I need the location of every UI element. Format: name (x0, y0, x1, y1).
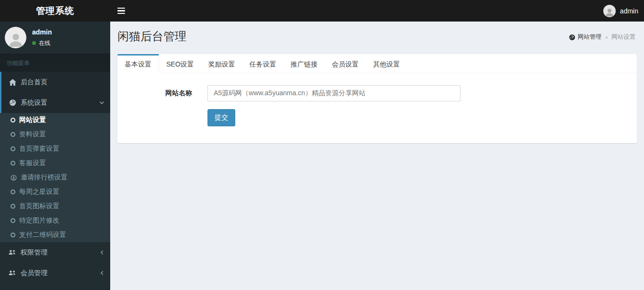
submenu-item-label: 支付二维码设置 (19, 231, 66, 239)
submenu-item-label: 客服设置 (19, 159, 46, 167)
submenu-item-label: 每周之星设置 (19, 188, 59, 196)
sidebar-item-system-settings[interactable]: 系统设置 网站设置 资料设置 首页弹窗设置 (0, 92, 110, 242)
person-icon (604, 7, 615, 17)
submenu-item-specific-image-edit[interactable]: 特定图片修改 (0, 213, 110, 228)
sidebar-item-permission-management[interactable]: 权限管理 (0, 242, 110, 263)
sidebar-item-member-management[interactable]: 会员管理 (0, 263, 110, 283)
tab-label: SEO设置 (159, 56, 201, 73)
circle-icon (11, 190, 15, 194)
user-menu[interactable]: admin (603, 0, 638, 22)
sidebar-item-label: 权限管理 (21, 248, 47, 257)
submenu-item-site-settings[interactable]: 网站设置 (0, 113, 110, 127)
tab-promo-link[interactable]: 推广链接 (284, 54, 325, 73)
submenu-item-label: 邀请排行榜设置 (21, 173, 68, 182)
breadcrumb-section-label: 网站管理 (578, 33, 602, 41)
sidebar-item-label: 后台首页 (21, 78, 47, 87)
tab-seo-settings[interactable]: SEO设置 (159, 54, 201, 73)
person-icon (7, 30, 25, 48)
basic-settings-pane: 网站名称 提交 (117, 73, 637, 143)
circle-icon (11, 132, 15, 137)
tab-member-settings[interactable]: 会员设置 (325, 54, 366, 73)
submenu-item-label: 首页弹窗设置 (19, 145, 59, 153)
circle-icon (11, 146, 15, 151)
tab-label: 其他设置 (366, 56, 407, 73)
chevron-left-icon (100, 270, 104, 276)
submenu-item-weekly-star-settings[interactable]: 每周之星设置 (0, 185, 110, 199)
sidebar-section-header: 功能菜单 (0, 54, 110, 72)
submit-button[interactable]: 提交 (207, 109, 235, 126)
circle-icon (11, 204, 15, 209)
submenu-item-profile-settings[interactable]: 资料设置 (0, 127, 110, 142)
top-navbar: 管理系统 admin (0, 0, 644, 22)
hamburger-icon (117, 10, 125, 11)
hamburger-icon (117, 13, 125, 14)
site-name-input[interactable] (207, 85, 460, 101)
tab-basic-settings[interactable]: 基本设置 (117, 54, 159, 73)
breadcrumb-section-link[interactable]: 网站管理 (569, 33, 602, 41)
submenu-item-label: 特定图片修改 (19, 216, 59, 225)
sidebar-user-name: admin (32, 28, 52, 36)
submenu-item-label: 网站设置 (19, 116, 46, 124)
dashboard-icon (569, 34, 575, 41)
page-title: 闲猫后台管理 (117, 29, 637, 44)
submenu-item-home-popup-settings[interactable]: 首页弹窗设置 (0, 142, 110, 156)
tab-label: 基本设置 (117, 56, 159, 73)
tab-other-settings[interactable]: 其他设置 (366, 54, 407, 73)
sidebar: admin 在线 功能菜单 后台首页 系统设置 (0, 22, 110, 290)
user-circle-icon (11, 175, 17, 181)
sidebar-item-dashboard-home[interactable]: 后台首页 (0, 72, 110, 92)
tab-label: 会员设置 (325, 56, 366, 73)
users-icon (9, 270, 16, 276)
breadcrumb: 网站管理 > 网站设置 (569, 33, 635, 41)
submenu-item-label: 首页图标设置 (19, 202, 59, 211)
tab-label: 奖励设置 (201, 56, 242, 73)
breadcrumb-current: 网站设置 (611, 33, 635, 41)
user-menu-label: admin (620, 7, 638, 15)
circle-icon (11, 233, 15, 237)
chevron-left-icon (100, 250, 104, 255)
sidebar-user-status[interactable]: 在线 (32, 39, 52, 47)
sidebar-user-panel: admin 在线 (0, 22, 110, 54)
settings-tab-box: 基本设置 SEO设置 奖励设置 任务设置 推广链接 会员设置 其他设置 网站名称… (117, 54, 637, 143)
online-dot-icon (32, 41, 36, 45)
tab-reward-settings[interactable]: 奖励设置 (201, 54, 242, 73)
users-icon (9, 249, 16, 256)
circle-icon (11, 118, 15, 123)
settings-tabs: 基本设置 SEO设置 奖励设置 任务设置 推广链接 会员设置 其他设置 (117, 54, 637, 73)
content-area: 闲猫后台管理 网站管理 > 网站设置 基本设置 SEO设置 奖励设置 任务设置 … (110, 22, 644, 290)
sidebar-menu: 后台首页 系统设置 网站设置 资料设置 (0, 72, 110, 283)
avatar (603, 5, 616, 17)
submenu-item-invite-ranking-settings[interactable]: 邀请排行榜设置 (0, 170, 110, 185)
breadcrumb-separator: > (605, 34, 608, 40)
site-name-label: 网站名称 (165, 89, 207, 98)
sidebar-item-label: 系统设置 (21, 99, 47, 107)
circle-icon (11, 161, 15, 166)
submenu-item-home-icon-settings[interactable]: 首页图标设置 (0, 199, 110, 213)
submenu-item-customer-service-settings[interactable]: 客服设置 (0, 156, 110, 170)
hamburger-icon (117, 8, 125, 9)
sidebar-item-label: 会员管理 (21, 269, 47, 278)
tab-task-settings[interactable]: 任务设置 (242, 54, 284, 73)
tab-label: 推广链接 (284, 56, 325, 73)
submenu-item-label: 资料设置 (19, 130, 46, 139)
circle-icon (11, 218, 15, 223)
tab-label: 任务设置 (242, 56, 284, 73)
online-status-label: 在线 (39, 39, 50, 47)
sidebar-submenu-system: 网站设置 资料设置 首页弹窗设置 客服设置 (0, 113, 110, 242)
avatar (5, 27, 26, 48)
brand-logo[interactable]: 管理系统 (0, 0, 110, 22)
submenu-item-payment-qrcode-settings[interactable]: 支付二维码设置 (0, 228, 110, 242)
home-icon (9, 79, 16, 86)
dashboard-icon (9, 99, 16, 106)
sidebar-toggle-button[interactable] (110, 0, 132, 22)
chevron-down-icon (99, 100, 104, 105)
